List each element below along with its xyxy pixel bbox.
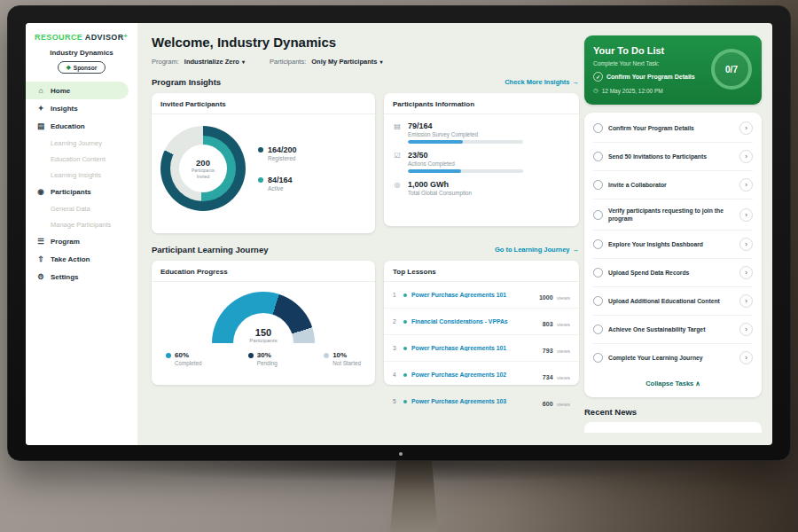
chevron-down-icon: ▾ <box>379 59 382 65</box>
lesson-row[interactable]: 4 Power Purchase Agreements 102 734 view… <box>384 362 579 388</box>
legend-registered: 164/200 Registered <box>258 145 297 161</box>
task-row-upload-educational-content[interactable]: Upload Additional Educational Content › <box>593 287 753 316</box>
sidebar-item-label: Settings <box>51 273 79 281</box>
recent-news-title: Recent News <box>584 407 762 417</box>
arrow-up-icon: ⇧ <box>36 254 45 263</box>
task-checkbox[interactable] <box>593 180 603 190</box>
lesson-row[interactable]: 1 Power Purchase Agreements 101 1000 vie… <box>384 282 579 309</box>
lesson-link[interactable]: Power Purchase Agreements 101 <box>411 292 535 298</box>
lesson-link[interactable]: Power Purchase Agreements 101 <box>411 345 538 351</box>
task-checkbox[interactable] <box>593 123 603 133</box>
participants-filter-dropdown[interactable]: Only My Participants ▾ <box>311 58 382 66</box>
legend-label: Completed <box>175 360 201 366</box>
task-chevron[interactable]: › <box>739 178 753 192</box>
task-row-achieve-target[interactable]: Achieve One Sustainability Target › <box>593 316 753 344</box>
main-content: Welcome, Industry Dynamics Program: Indu… <box>137 23 579 445</box>
task-checkbox[interactable] <box>593 325 603 334</box>
task-chevron[interactable]: › <box>739 351 753 364</box>
lesson-link[interactable]: Power Purchase Agreements 102 <box>411 372 538 378</box>
sidebar-item-education-content[interactable]: Education Content <box>26 151 137 167</box>
pin-icon: ◎ <box>393 181 402 199</box>
sidebar-item-learning-journey[interactable]: Learning Journey <box>26 135 137 151</box>
sidebar: RESOURCE ADVISOR+ Industry Dynamics ◈ Sp… <box>26 23 137 445</box>
sidebar-item-label: Participants <box>51 188 91 196</box>
sidebar-item-general-data[interactable]: General Data <box>26 200 137 216</box>
sidebar-item-learning-insights[interactable]: Learning Insights <box>26 167 137 183</box>
task-chevron[interactable]: › <box>739 238 753 251</box>
lesson-row[interactable]: 5 Power Purchase Agreements 103 600 view… <box>384 388 579 414</box>
lesson-bullet <box>403 373 407 377</box>
go-to-learning-journey-link[interactable]: Go to Learning Journey → <box>495 246 579 254</box>
stat-actions-completed: ☑ 23/50 Actions Completed <box>384 144 579 173</box>
task-chevron[interactable]: › <box>739 121 753 135</box>
task-checkbox[interactable] <box>593 353 603 363</box>
lesson-row[interactable]: 3 Power Purchase Agreements 101 793 view… <box>384 335 579 362</box>
sponsor-badge[interactable]: ◈ Sponsor <box>58 61 106 74</box>
education-progress-card: Education Progress 150 Participants <box>152 261 375 385</box>
dashboard-screen: RESOURCE ADVISOR+ Industry Dynamics ◈ Sp… <box>26 23 772 445</box>
gear-icon: ⚙ <box>36 272 45 281</box>
lesson-bullet <box>403 320 407 324</box>
views-suffix: views <box>557 402 570 407</box>
task-chevron[interactable]: › <box>739 150 753 163</box>
monitor-bezel: RESOURCE ADVISOR+ Industry Dynamics ◈ Sp… <box>7 5 791 461</box>
task-chevron[interactable]: › <box>739 266 753 279</box>
sidebar-item-manage-participants[interactable]: Manage Participants <box>26 216 137 232</box>
task-label: Complete Your Learning Journey <box>608 354 734 362</box>
task-row-invite-collaborator[interactable]: Invite a Collaborator › <box>593 171 753 200</box>
todo-next-task[interactable]: ✓ Confirm Your Program Details <box>593 72 716 82</box>
legend-active: 84/164 Active <box>258 176 297 192</box>
task-checkbox[interactable] <box>593 239 603 249</box>
task-row-explore-insights[interactable]: Explore Your Insights Dashboard › <box>593 231 753 259</box>
task-row-send-invitations[interactable]: Send 50 Invitations to Participants › <box>593 143 753 171</box>
lesson-row[interactable]: 2 Financial Considerations - VPPAs 803 v… <box>384 309 579 335</box>
logo-resource: RESOURCE <box>35 33 82 42</box>
lesson-rank: 5 <box>393 398 399 404</box>
card-title: Invited Participants <box>152 93 375 114</box>
task-label: Upload Additional Educational Content <box>608 297 734 305</box>
sidebar-item-settings[interactable]: ⚙ Settings <box>26 268 137 286</box>
invited-donut: 200 Participants Invited <box>160 126 246 211</box>
task-chevron[interactable]: › <box>739 294 753 308</box>
task-row-verify-participants[interactable]: Verify participants requesting to join t… <box>593 200 753 231</box>
task-checkbox[interactable] <box>593 210 603 220</box>
task-label: Confirm Your Program Details <box>608 124 734 132</box>
sidebar-item-program[interactable]: ☰ Program <box>26 232 137 250</box>
task-checkbox[interactable] <box>593 296 603 306</box>
legend-value: 84/164 <box>268 176 293 184</box>
app-logo: RESOURCE ADVISOR+ <box>26 31 137 42</box>
task-checkbox[interactable] <box>593 152 603 161</box>
chevron-right-icon: › <box>745 124 747 132</box>
sponsor-label: Sponsor <box>74 65 97 71</box>
legend-dot <box>258 177 263 183</box>
sidebar-item-insights[interactable]: ✦ Insights <box>26 99 137 117</box>
collapse-tasks-link[interactable]: Collapse Tasks ∧ <box>593 372 753 395</box>
legend-label: Registered <box>268 155 297 161</box>
task-row-confirm-program[interactable]: Confirm Your Program Details › <box>593 114 753 143</box>
book-icon: ▤ <box>36 121 45 130</box>
check-more-insights-link[interactable]: Check More Insights → <box>505 78 579 86</box>
donut-center-label: Participants Invited <box>184 168 222 179</box>
task-chevron[interactable]: › <box>739 208 753 222</box>
lesson-link[interactable]: Financial Considerations - VPPAs <box>411 318 538 325</box>
legend-value: 164/200 <box>268 145 297 154</box>
recent-news-card <box>584 422 762 433</box>
learning-journey-title: Participant Learning Journey <box>152 245 268 254</box>
sidebar-item-take-action[interactable]: ⇧ Take Action <box>26 250 137 268</box>
views-suffix: views <box>557 322 570 327</box>
task-chevron[interactable]: › <box>739 323 753 336</box>
sidebar-item-home[interactable]: ⌂ Home <box>26 82 129 99</box>
task-row-upload-spend-data[interactable]: Upload Spend Data Records › <box>593 259 753 287</box>
logo-plus: + <box>124 33 129 39</box>
invited-participants-card: Invited Participants 200 Participants In… <box>152 93 375 233</box>
task-checkbox[interactable] <box>593 268 603 278</box>
task-row-complete-learning-journey[interactable]: Complete Your Learning Journey › <box>593 344 753 372</box>
lesson-link[interactable]: Power Purchase Agreements 103 <box>411 398 538 404</box>
views-suffix: views <box>557 375 570 380</box>
sidebar-item-education[interactable]: ▤ Education <box>26 117 137 135</box>
program-filter-dropdown[interactable]: Industrialize Zero ▾ <box>184 58 245 66</box>
sidebar-item-participants[interactable]: ◉ Participants <box>26 183 137 200</box>
lesson-bullet <box>403 293 407 297</box>
program-insights-title: Program Insights <box>152 77 221 87</box>
todo-column: Your To Do List Complete Your Next Task:… <box>579 23 772 445</box>
